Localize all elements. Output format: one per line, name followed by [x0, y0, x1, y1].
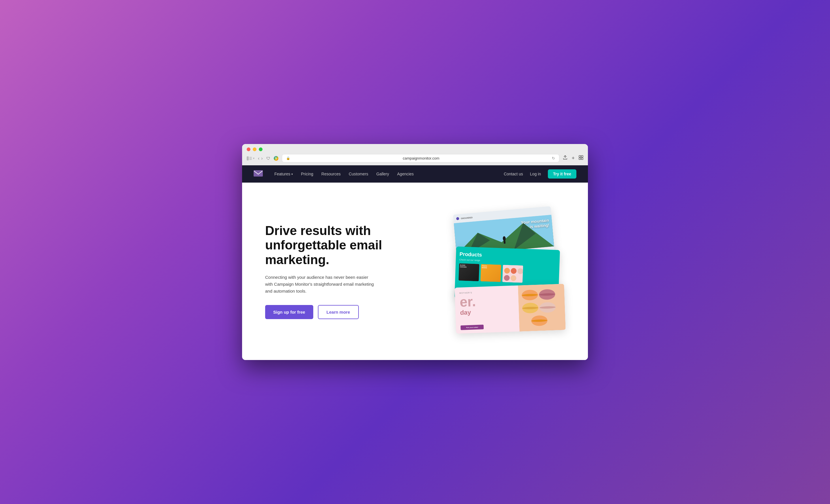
- sidebar-toggle[interactable]: ▾: [247, 156, 254, 160]
- svg-rect-3: [249, 159, 252, 160]
- svg-rect-5: [581, 156, 583, 157]
- browser-actions: +: [563, 155, 583, 161]
- nav-pricing[interactable]: Pricing: [301, 172, 313, 176]
- nav-resources[interactable]: Resources: [321, 172, 341, 176]
- card-3-left: Mother's er. day Pick yours today!: [454, 285, 519, 334]
- reload-icon[interactable]: ↻: [552, 156, 555, 160]
- try-free-button[interactable]: Try it free: [548, 169, 576, 178]
- nav-right: Contact us Log in Try it free: [504, 169, 576, 178]
- contact-us-link[interactable]: Contact us: [504, 172, 523, 176]
- minimize-button[interactable]: [253, 147, 256, 151]
- hero-content: Drive results with unforgettable email m…: [265, 224, 386, 320]
- card-3-image: [518, 284, 566, 331]
- new-tab-icon[interactable]: +: [572, 155, 575, 161]
- signup-button[interactable]: Sign up for free: [265, 305, 313, 319]
- nav-arrows: ‹ ›: [258, 156, 263, 161]
- product-2-label: TOUCHRANGE: [481, 264, 502, 270]
- nav-agencies[interactable]: Agencies: [397, 172, 414, 176]
- browser-window: ▾ ‹ › 🛡 G 🔒 campaignmonitor.com ↻: [242, 144, 588, 360]
- svg-rect-0: [247, 156, 249, 160]
- svg-rect-7: [581, 158, 583, 160]
- browser-toolbar: ▾ ‹ › 🛡 G 🔒 campaignmonitor.com ↻: [247, 154, 583, 165]
- card-1-brand: GROUNDED: [461, 216, 473, 220]
- svg-rect-14: [504, 240, 506, 244]
- card-3-inner: Mother's er. day Pick yours today!: [454, 284, 566, 334]
- product-1: SLICEDCHICKEN: [458, 263, 479, 281]
- nav-gallery[interactable]: Gallery: [376, 172, 389, 176]
- maximize-button[interactable]: [259, 147, 262, 151]
- product-1-label: SLICEDCHICKEN: [459, 263, 480, 269]
- google-icon: G: [274, 156, 278, 161]
- card-3-day: day: [460, 307, 514, 317]
- hero-title: Drive results with unforgettable email m…: [265, 224, 386, 267]
- nav-links: Features ▾ Pricing Resources Customers G…: [274, 172, 504, 176]
- close-button[interactable]: [247, 147, 250, 151]
- traffic-lights: [247, 147, 583, 151]
- card-3-cta: Pick yours today!: [460, 325, 484, 330]
- share-icon[interactable]: [563, 155, 568, 161]
- back-button[interactable]: ‹: [258, 156, 259, 161]
- learn-more-button[interactable]: Learn more: [318, 305, 359, 319]
- features-chevron-icon: ▾: [291, 172, 293, 176]
- card-1-logo: [456, 217, 459, 220]
- hero-illustration: GROUNDED Your mountain: [421, 211, 571, 332]
- nav-features[interactable]: Features ▾: [274, 172, 293, 176]
- website-content: Features ▾ Pricing Resources Customers G…: [242, 165, 588, 360]
- main-nav: Features ▾ Pricing Resources Customers G…: [242, 165, 588, 182]
- card-3-right: [518, 284, 566, 331]
- svg-rect-6: [579, 158, 581, 160]
- browser-chrome: ▾ ‹ › 🛡 G 🔒 campaignmonitor.com ↻: [242, 144, 588, 165]
- nav-customers[interactable]: Customers: [349, 172, 368, 176]
- lock-icon: 🔒: [286, 156, 290, 160]
- product-2: TOUCHRANGE: [480, 264, 501, 282]
- logo[interactable]: [254, 170, 263, 178]
- svg-rect-1: [249, 157, 252, 158]
- url-display: campaignmonitor.com: [292, 156, 550, 160]
- login-link[interactable]: Log in: [530, 172, 541, 176]
- hero-subtitle: Connecting with your audience has never …: [265, 274, 375, 295]
- svg-rect-8: [254, 170, 263, 176]
- hero-section: Drive results with unforgettable email m…: [242, 182, 588, 360]
- sidebar-chevron-icon: ▾: [253, 157, 254, 160]
- tabs-overview-icon[interactable]: [579, 155, 583, 161]
- address-bar[interactable]: 🔒 campaignmonitor.com ↻: [282, 154, 560, 162]
- card-3-big: er.: [459, 294, 514, 309]
- card-3-cta-text: Pick yours today!: [466, 326, 478, 328]
- shield-icon: 🛡: [266, 156, 270, 161]
- svg-rect-2: [249, 158, 252, 159]
- hero-buttons: Sign up for free Learn more: [265, 305, 386, 319]
- forward-button[interactable]: ›: [261, 156, 262, 161]
- product-3: [502, 265, 523, 282]
- email-card-3: Mother's er. day Pick yours today!: [454, 284, 566, 334]
- card-2-products: SLICEDCHICKEN TOUCHRANGE: [455, 263, 560, 284]
- svg-rect-4: [579, 156, 581, 157]
